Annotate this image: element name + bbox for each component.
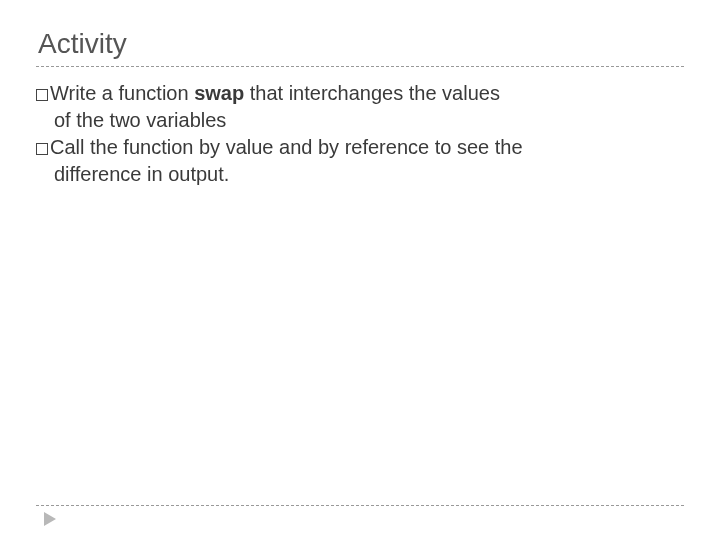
bullet-text-pre: Write a function <box>50 82 194 104</box>
square-bullet-icon <box>36 143 48 155</box>
bullet-text-bold: swap <box>194 82 244 104</box>
bullet-continuation: of the two variables <box>54 108 684 133</box>
slide: Activity Write a function swap that inte… <box>0 0 720 540</box>
bullet-item: Write a function swap that interchanges … <box>36 81 684 106</box>
play-icon <box>44 512 56 526</box>
bullet-continuation: difference in output. <box>54 162 684 187</box>
title-divider <box>36 66 684 67</box>
bullet-text-post: that interchanges the values <box>244 82 500 104</box>
footer-divider <box>36 505 684 506</box>
slide-title: Activity <box>38 28 684 60</box>
bullet-item: Call the function by value and by refere… <box>36 135 684 160</box>
content-area: Write a function swap that interchanges … <box>36 81 684 187</box>
bullet-text-pre: Call the function by value and by refere… <box>50 136 523 158</box>
square-bullet-icon <box>36 89 48 101</box>
